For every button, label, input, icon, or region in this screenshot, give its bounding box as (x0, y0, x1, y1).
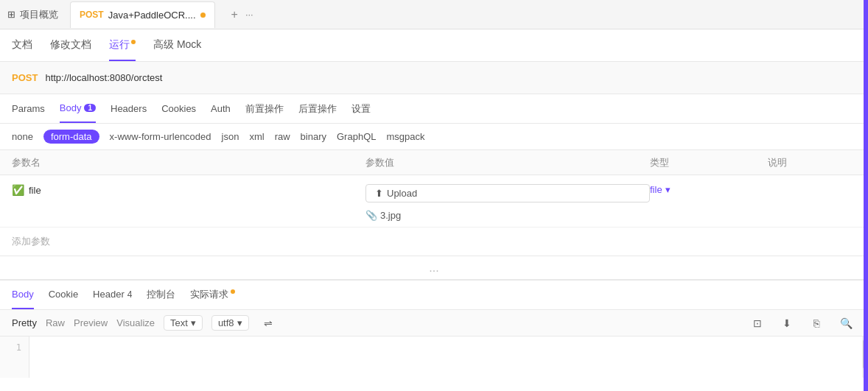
run-tab-dot (131, 40, 136, 44)
url-input[interactable]: http://localhost:8080/orctest (45, 72, 162, 83)
tab-mock[interactable]: 高级 Mock (153, 29, 201, 61)
json-tab[interactable]: json (222, 131, 239, 142)
ellipsis-row: ... (0, 256, 868, 279)
body-tab-badge: 1 (84, 104, 96, 112)
msgpack-tab[interactable]: msgpack (386, 131, 424, 142)
line-numbers: 1 (0, 337, 29, 378)
project-overview[interactable]: ⊞ 项目概览 (7, 8, 58, 21)
preview-tab[interactable]: Preview (74, 317, 108, 328)
code-area: 1 (0, 337, 868, 378)
param-name-value[interactable]: file (29, 185, 41, 196)
attachment-icon: 📎 (365, 210, 377, 221)
nav-tabs: 文档 修改文档 运行 高级 Mock (0, 29, 868, 62)
console-tab[interactable]: 控制台 (147, 281, 175, 309)
add-param-button[interactable]: 添加参数 (0, 228, 868, 256)
table-row: ✅ file ⬆ Upload 📎 3.jpg file ▾ (0, 175, 868, 228)
tab-actions: + ··· (231, 8, 253, 21)
encoding-value: utf8 (218, 317, 234, 328)
binary-tab[interactable]: binary (301, 131, 326, 142)
cookies-tab[interactable]: Cookies (161, 94, 196, 123)
tab-method-badge: POST (80, 10, 104, 20)
file-attachment: 📎 3.jpg (365, 210, 650, 221)
response-body-tab[interactable]: Body (12, 281, 34, 309)
graphql-tab[interactable]: GraphQL (337, 131, 376, 142)
header-param-name: 参数名 (12, 156, 365, 169)
copy-icon[interactable]: ⎘ (806, 313, 827, 334)
more-tabs-button[interactable]: ··· (245, 9, 253, 20)
format-select-value: Text (170, 317, 188, 328)
pre-tab[interactable]: 前置操作 (245, 94, 284, 123)
bottom-panel: Body Cookie Header 4 控制台 实际请求 Pretty Raw… (0, 279, 868, 378)
search-icon[interactable]: 🔍 (836, 313, 856, 334)
right-accent-bar (864, 0, 868, 378)
code-content[interactable] (29, 337, 862, 378)
xml-tab[interactable]: xml (249, 131, 264, 142)
form-data-tab[interactable]: form-data (43, 130, 99, 144)
body-tabs-row: Params Body 1 Headers Cookies Auth 前置操作 … (0, 94, 868, 124)
visualize-tab[interactable]: Visualize (116, 317, 155, 328)
actual-request-tab[interactable]: 实际请求 (190, 281, 235, 309)
tab-modify[interactable]: 修改文档 (50, 29, 91, 61)
raw-tab[interactable]: raw (275, 131, 290, 142)
api-tab[interactable]: POST Java+PaddleOCR.... (70, 1, 215, 28)
project-label: 项目概览 (20, 8, 58, 21)
table-icon: ⊞ (7, 9, 15, 20)
cookie-tab[interactable]: Cookie (49, 281, 78, 309)
encoding-select[interactable]: utf8 ▾ (211, 315, 249, 331)
encoding-chevron-icon: ▾ (237, 317, 242, 328)
tab-modified-dot (200, 13, 206, 18)
format-select[interactable]: Text ▾ (164, 315, 203, 331)
description-cell[interactable] (768, 181, 856, 184)
file-name: 3.jpg (380, 210, 401, 221)
param-name-cell: ✅ file (12, 181, 365, 196)
response-toolbar: Pretty Raw Preview Visualize Text ▾ utf8… (0, 310, 868, 337)
top-bar: ⊞ 项目概览 POST Java+PaddleOCR.... + ··· (0, 0, 868, 29)
urlencoded-tab[interactable]: x-www-form-urlencoded (110, 131, 211, 142)
tab-doc[interactable]: 文档 (12, 29, 32, 61)
format-chevron-icon: ▾ (191, 317, 196, 328)
add-tab-button[interactable]: + (231, 8, 238, 21)
header-param-value: 参数值 (365, 156, 650, 169)
header-type: 类型 (650, 156, 768, 169)
params-table-header: 参数名 参数值 类型 说明 (0, 150, 868, 175)
post-tab[interactable]: 后置操作 (298, 94, 337, 123)
url-bar: POST http://localhost:8080/orctest (0, 62, 868, 94)
url-method: POST (12, 72, 38, 83)
tab-run[interactable]: 运行 (109, 29, 136, 61)
line-number-1: 1 (0, 342, 21, 353)
params-tab[interactable]: Params (12, 94, 45, 123)
param-value-cell: ⬆ Upload 📎 3.jpg (365, 181, 650, 221)
wrap-icon[interactable]: ⊡ (747, 313, 768, 334)
actual-request-dot (231, 289, 235, 294)
bottom-tabs-row: Body Cookie Header 4 控制台 实际请求 (0, 281, 868, 310)
header-badge: 4 (127, 289, 133, 300)
response-header-tab[interactable]: Header 4 (93, 281, 132, 309)
type-value: file (650, 184, 662, 195)
body-tab[interactable]: Body 1 (60, 94, 96, 123)
settings-tab[interactable]: 设置 (351, 94, 371, 123)
indent-icon[interactable]: ⇌ (258, 313, 279, 334)
none-format-tab[interactable]: none (12, 131, 33, 142)
download-icon[interactable]: ⬇ (777, 313, 797, 334)
header-description: 说明 (768, 156, 856, 169)
auth-tab[interactable]: Auth (211, 94, 231, 123)
upload-icon: ⬆ (375, 188, 383, 199)
tab-title: Java+PaddleOCR.... (108, 10, 196, 21)
format-tabs-row: none form-data x-www-form-urlencoded jso… (0, 124, 868, 150)
upload-button[interactable]: ⬆ Upload (365, 184, 650, 202)
pretty-tab[interactable]: Pretty (12, 317, 37, 328)
raw-resp-tab[interactable]: Raw (46, 317, 65, 328)
headers-tab[interactable]: Headers (111, 94, 147, 123)
row-check-icon[interactable]: ✅ (12, 184, 24, 196)
type-select[interactable]: file ▾ (650, 181, 768, 195)
chevron-down-icon: ▾ (665, 184, 671, 195)
